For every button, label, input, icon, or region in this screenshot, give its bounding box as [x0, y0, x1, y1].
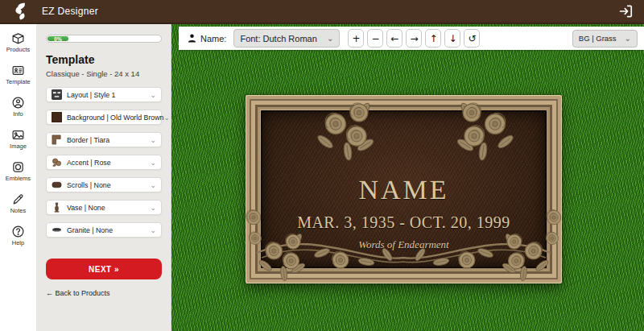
zoom-in-button[interactable]: + [348, 29, 364, 48]
template-panel: 0% Template Classique - Single - 24 x 14… [36, 24, 171, 331]
app-title: EZ Designer [42, 6, 98, 17]
nav-label: Help [12, 239, 24, 246]
chevron-down-icon: ⌄ [150, 182, 156, 188]
top-bar: EZ Designer [0, 0, 644, 24]
progress-bar: 0% [46, 35, 162, 43]
products-box-icon [11, 31, 25, 45]
option-label: Vase | None [67, 204, 150, 212]
move-left-button[interactable]: ← [386, 29, 402, 48]
nav-item-emblems[interactable]: Emblems [0, 160, 36, 182]
dropdown-scrolls[interactable]: Scrolls | None ⌄ [46, 177, 162, 192]
main-layout: Products Template Info Image [0, 24, 644, 331]
option-label: Border | Tiara [67, 136, 150, 144]
chevron-down-icon: ⌄ [150, 159, 156, 166]
move-right-button[interactable]: → [406, 29, 422, 48]
nav-item-template[interactable]: Template [0, 64, 36, 85]
notes-pencil-icon [11, 192, 25, 206]
nav-label: Notes [10, 207, 27, 214]
nav-item-notes[interactable]: Notes [0, 192, 36, 214]
chevron-down-icon: ⌄ [150, 205, 156, 211]
bg-select-value: BG | Grass [579, 34, 617, 43]
option-label: Background | Old World Brown [67, 114, 163, 122]
emblems-icon [11, 160, 25, 174]
background-thumbnail-icon [52, 112, 62, 122]
sign-out-icon[interactable] [618, 3, 634, 19]
chevron-down-icon: ⌄ [327, 36, 333, 41]
panel-title: Template [46, 53, 162, 66]
help-question-icon [11, 225, 25, 238]
nav-item-info[interactable]: Info [0, 96, 36, 118]
image-icon [11, 128, 25, 142]
nav-label: Products [6, 46, 31, 53]
template-card-icon [11, 64, 25, 77]
option-label: Scrolls | None [67, 181, 150, 189]
border-thumbnail-icon [52, 134, 62, 145]
panel-subtitle: Classique - Single - 24 x 14 [46, 69, 162, 78]
plaque-endearment-text[interactable]: Words of Endearment [358, 238, 448, 251]
back-to-products-link[interactable]: ← Back to Products [46, 289, 110, 297]
nav-rail: Products Template Info Image [0, 24, 36, 331]
name-field-label: Name: [200, 34, 226, 43]
chevron-down-icon: ⌄ [150, 227, 156, 234]
zoom-out-button[interactable]: − [367, 29, 383, 48]
font-select-value: Font: Dutch Roman [240, 34, 316, 43]
nav-item-image[interactable]: Image [0, 128, 36, 150]
undo-button[interactable]: ↺ [464, 29, 480, 48]
nav-label: Emblems [6, 175, 31, 182]
nav-label: Info [13, 110, 23, 118]
nav-label: Template [6, 78, 30, 85]
font-select[interactable]: Font: Dutch Roman ⌄ [233, 29, 340, 48]
chevron-down-icon: ⌄ [625, 36, 631, 41]
dropdown-background[interactable]: Background | Old World Brown ⌄ [46, 110, 162, 125]
dropdown-layout[interactable]: Layout | Style 1 ⌄ [46, 87, 162, 102]
granite-thumbnail-icon [52, 225, 62, 235]
info-person-icon [11, 96, 25, 110]
scrolls-thumbnail-icon [52, 180, 62, 190]
nav-item-products[interactable]: Products [0, 31, 36, 53]
plaque-engraving: NAME MAR. 3, 1935 - OCT. 20, 1999 Words … [261, 110, 547, 268]
ez-logo-icon [11, 2, 31, 21]
chevron-down-icon: ⌄ [163, 114, 170, 121]
option-label: Accent | Rose [67, 159, 150, 167]
dropdown-accent[interactable]: Accent | Rose ⌄ [46, 155, 162, 170]
canvas-toolbar: Name: Font: Dutch Roman ⌄ + − ← → ↑ ↓ ↺ … [179, 27, 644, 50]
plaque-name-text[interactable]: NAME [358, 175, 448, 205]
plaque-dates-text[interactable]: MAR. 3, 1935 - OCT. 20, 1999 [297, 213, 510, 232]
layout-thumbnail-icon [52, 89, 62, 100]
chevron-down-icon: ⌄ [150, 92, 156, 98]
design-canvas[interactable]: Name: Font: Dutch Roman ⌄ + − ← → ↑ ↓ ↺ … [171, 24, 644, 331]
nav-item-help[interactable]: Help [0, 225, 36, 246]
accent-rose-thumbnail-icon [52, 157, 62, 168]
option-label: Granite | None [67, 226, 150, 234]
person-icon [187, 33, 197, 43]
plaque-preview[interactable]: NAME MAR. 3, 1935 - OCT. 20, 1999 Words … [246, 95, 562, 283]
nav-label: Image [10, 143, 27, 150]
vase-thumbnail-icon [52, 202, 62, 213]
dropdown-vase[interactable]: Vase | None ⌄ [46, 200, 162, 215]
dropdown-border[interactable]: Border | Tiara ⌄ [46, 132, 162, 147]
move-down-button[interactable]: ↓ [444, 29, 460, 48]
nudge-button-group: + − ← → ↑ ↓ ↺ [348, 29, 480, 48]
progress-fill: 0% [47, 36, 68, 41]
bg-select[interactable]: BG | Grass ⌄ [572, 30, 638, 48]
dropdown-granite[interactable]: Granite | None ⌄ [46, 222, 162, 238]
option-label: Layout | Style 1 [67, 91, 150, 99]
move-up-button[interactable]: ↑ [425, 29, 441, 48]
chevron-down-icon: ⌄ [150, 137, 156, 143]
next-button[interactable]: NEXT » [46, 259, 162, 279]
progress-value: 0% [54, 36, 61, 42]
